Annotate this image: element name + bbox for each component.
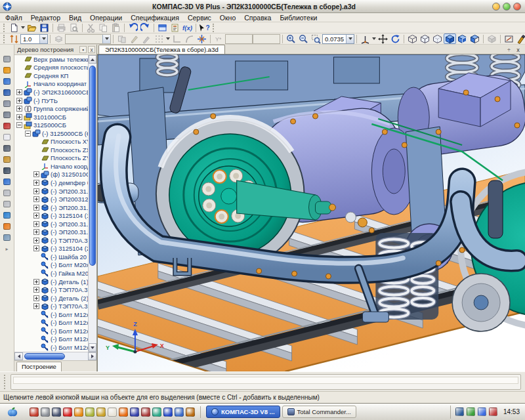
perspective-button[interactable]	[486, 33, 498, 44]
tree-item[interactable]: (-) 3125000СБ (6)	[14, 129, 88, 138]
expressions-button[interactable]: f(x)	[181, 22, 194, 33]
tree-item[interactable]: (ф) 3125010С	[14, 171, 88, 179]
tree-item[interactable]: (-) ТЭП70А.31	[14, 285, 88, 294]
tree-item[interactable]: (-) Болт М20х	[14, 261, 88, 270]
ql-app-10-icon[interactable]	[108, 408, 117, 417]
current-scale-icon[interactable]	[8, 33, 20, 44]
tree-item[interactable]: (-) Болт М12х	[14, 310, 88, 319]
menu-item-4[interactable]: Операции	[90, 14, 122, 22]
tool-build-button[interactable]	[1, 76, 12, 86]
tree-item[interactable]: (-) ЭП200.31.2	[14, 220, 88, 228]
zoom-in-button[interactable]	[285, 33, 297, 44]
tree-item[interactable]: (-) Гайка М20	[14, 269, 88, 278]
tool-operations-button[interactable]	[1, 87, 12, 97]
left-toolbar-grip[interactable]: ▸	[5, 246, 8, 252]
taskbar-task-total-commander[interactable]: Total Commander...	[282, 406, 356, 418]
shaded-button[interactable]	[444, 33, 456, 44]
doc-close-button[interactable]: x	[514, 47, 522, 53]
tree-item[interactable]: Плоскость XY	[14, 137, 88, 146]
pan-button[interactable]	[377, 33, 389, 44]
tree-item[interactable]: 3125000СБ	[14, 121, 88, 129]
layers-button[interactable]	[52, 33, 65, 44]
tree-vertical-scrollbar[interactable]	[88, 55, 96, 352]
tree-item[interactable]: (-) демпфер б	[14, 178, 88, 187]
close-button[interactable]	[513, 3, 521, 10]
wireframe-button[interactable]	[406, 33, 419, 44]
tab-construction[interactable]: Построение	[16, 362, 62, 371]
new-document-button[interactable]	[8, 22, 20, 33]
tool-settings-button[interactable]	[1, 221, 12, 231]
zoom-combobox[interactable]: 0.0735	[322, 34, 354, 44]
ql-star-icon[interactable]	[63, 408, 72, 417]
tool-edit-button[interactable]	[1, 65, 12, 75]
tree-item[interactable]: 3101000СБ	[14, 113, 88, 121]
half-tone-button[interactable]	[469, 33, 481, 44]
tool-filters-button[interactable]	[1, 121, 12, 131]
paste-button[interactable]	[110, 22, 122, 33]
tool-box-button[interactable]	[1, 165, 12, 175]
shaded-with-edges-button[interactable]	[456, 33, 469, 44]
tool-aux-geometry-button[interactable]	[1, 98, 12, 108]
layer-combobox[interactable]	[65, 34, 111, 44]
tree-item[interactable]: (-) 3125104 (2	[14, 245, 88, 253]
expand-icon[interactable]	[33, 188, 39, 194]
ql-globe-icon[interactable]	[152, 408, 161, 417]
xy-fields-icon[interactable]: Y*	[213, 33, 225, 44]
expand-icon[interactable]	[33, 180, 39, 186]
tree-item[interactable]: (-) Болт М12х	[14, 335, 88, 344]
hidden-lines-button[interactable]	[419, 33, 431, 44]
pencil-edit-button[interactable]	[128, 33, 140, 44]
zoom-area-button[interactable]	[310, 33, 322, 44]
menu-item-8[interactable]: Справка	[244, 14, 271, 22]
toolbar-end-grip[interactable]	[213, 24, 215, 32]
ql-sphere-icon[interactable]	[119, 408, 128, 417]
pin-icon[interactable]: ▪	[79, 46, 87, 53]
ql-disc-icon[interactable]	[163, 408, 173, 417]
ql-floppy-icon[interactable]	[130, 408, 139, 417]
tree-item[interactable]: Средняя КП	[14, 72, 88, 80]
open-button[interactable]	[26, 22, 38, 33]
minimize-button[interactable]	[492, 3, 500, 10]
maximize-button[interactable]	[503, 3, 511, 10]
scroll-thumb[interactable]	[89, 66, 96, 266]
snap-settings-button[interactable]	[196, 33, 208, 44]
taskbar-clock[interactable]: 14:53	[503, 408, 520, 415]
expand-icon[interactable]	[33, 245, 39, 251]
tool-report-button[interactable]	[1, 143, 12, 153]
ql-books-icon[interactable]	[141, 408, 150, 417]
print-preview-button[interactable]	[68, 22, 80, 33]
scroll-up-arrow[interactable]	[89, 55, 96, 64]
tree-item[interactable]: Плоскость ZX	[14, 146, 88, 154]
tree-item[interactable]: (-) Болт М12х	[14, 343, 88, 352]
ql-folder-yellow-icon[interactable]	[96, 408, 106, 417]
toolbar-grip-2[interactable]	[3, 35, 6, 43]
tool-grid-button[interactable]	[1, 232, 12, 242]
scroll-down-arrow[interactable]	[89, 343, 96, 352]
tree-item[interactable]: Группа сопряжений	[14, 104, 88, 113]
ql-jar-icon[interactable]	[186, 408, 195, 417]
tray-display-icon[interactable]	[455, 408, 464, 416]
tree-item[interactable]: (-) ПУТЬ	[14, 96, 88, 105]
expand-icon[interactable]	[33, 171, 39, 177]
save-button[interactable]	[38, 22, 51, 33]
menu-item-9[interactable]: Библиотеки	[280, 14, 317, 22]
expand-icon[interactable]	[33, 229, 39, 235]
property-bar-grip[interactable]	[4, 375, 7, 389]
tool-curve-button[interactable]	[1, 54, 12, 64]
orientation-dropdown[interactable]	[371, 33, 377, 44]
expand-icon[interactable]	[16, 114, 22, 120]
tool-assembly-button[interactable]	[1, 177, 12, 186]
tree-item[interactable]: Средняя плоскость	[14, 64, 88, 72]
document-tab[interactable]: ЭП2К3100000СБ(Тележка в сборе).a3d	[98, 45, 225, 54]
grid-button[interactable]	[153, 33, 165, 44]
tree-item[interactable]: (-) ЭП2003125	[14, 195, 88, 203]
scroll-right-arrow[interactable]	[88, 352, 96, 360]
new-document-dropdown[interactable]	[20, 22, 26, 33]
viewport-3d-scene[interactable]: Z X Y	[97, 54, 525, 371]
tool-plane-button[interactable]	[1, 199, 12, 209]
tree-item[interactable]: (-) ТЭП70А.31	[14, 236, 88, 245]
ql-windows-app-icon[interactable]	[175, 408, 184, 417]
tree-item[interactable]: Начало координат	[14, 80, 88, 89]
tree-item[interactable]: (-) 3125104 (1	[14, 211, 88, 220]
start-button[interactable]	[3, 406, 22, 419]
